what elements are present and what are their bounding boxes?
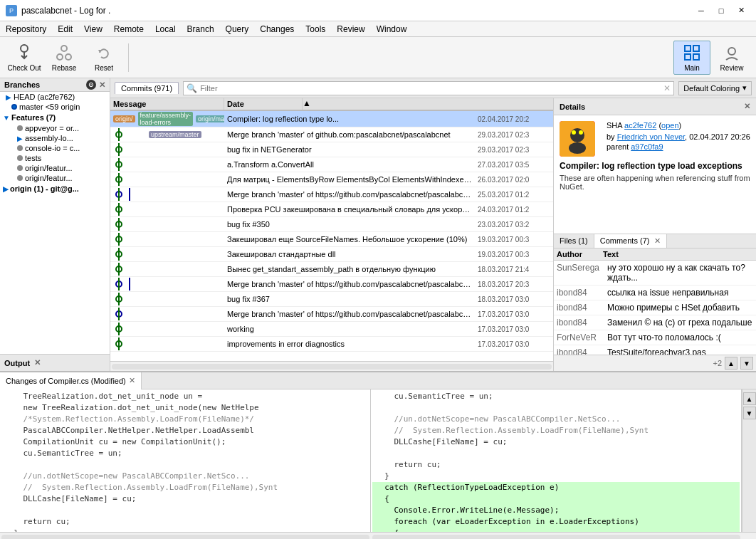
minimize-button[interactable]: ─	[692, 4, 710, 18]
comment-row-5[interactable]: ibond84 TestSuite/foreachvar3.pas	[554, 345, 756, 355]
svg-point-9	[728, 48, 735, 55]
menu-remote[interactable]: Remote	[108, 21, 149, 37]
comment-row-0[interactable]: SunSerega ну это хорошо ну а как скачать…	[554, 261, 756, 286]
close-button[interactable]: ✕	[732, 4, 750, 18]
output-close-button[interactable]: ✕	[34, 358, 41, 367]
comments-tab[interactable]: Comments (7) ✕	[594, 234, 668, 248]
menu-edit[interactable]: Edit	[52, 21, 78, 37]
diff-scrollbar-right[interactable]	[372, 535, 740, 539]
commits-list[interactable]: origin/ feature/assembly-load-errors ori…	[110, 111, 553, 361]
tag-master: origin/master	[196, 115, 224, 122]
sidebar-item-master[interactable]: master <59 origin	[0, 102, 110, 112]
sidebar-group-features[interactable]: ▼ Features (7)	[0, 112, 110, 123]
filter-box: 🔍 ✕	[183, 81, 674, 95]
parent-link[interactable]: a97c0fa9	[631, 142, 663, 151]
table-row[interactable]: Проверка PCU закеширована в специальный …	[110, 202, 553, 217]
sha-link[interactable]: ac2fe762	[624, 121, 656, 130]
sidebar-item-console-io[interactable]: console-io = c...	[0, 143, 110, 153]
table-row[interactable]: origin/ feature/assembly-load-errors ori…	[110, 111, 553, 127]
comment-row-2[interactable]: ibond84 Можно примеры с HSet добавить	[554, 300, 756, 315]
files-tab[interactable]: Files (1)	[554, 234, 594, 248]
menu-view[interactable]: View	[78, 21, 108, 37]
sidebar-group-origin[interactable]: ▶ origin (1) - git@g...	[0, 183, 110, 194]
diff-scroll-down[interactable]: ▼	[743, 407, 756, 419]
table-row[interactable]: working 17.03.2017 03:0	[110, 322, 553, 337]
table-row[interactable]: Merge branch 'master' of https://github.…	[110, 307, 553, 322]
title-bar: P pascalabcnet - Log for . ─ □ ✕	[0, 0, 756, 21]
open-link[interactable]: open	[661, 121, 678, 130]
table-row[interactable]: bug fix in NETGenerator 29.03.2017 02:3	[110, 142, 553, 157]
menu-window[interactable]: Window	[371, 21, 413, 37]
menu-query[interactable]: Query	[220, 21, 255, 37]
table-row[interactable]: Закешировал еще SourceFileNames. Небольш…	[110, 232, 553, 247]
sidebar-content[interactable]: ▶ HEAD (ac2fe762) master <59 origin ▼ Fe…	[0, 92, 110, 354]
main-view-button[interactable]: Main	[673, 41, 710, 75]
diff-scroll-up[interactable]: ▲	[743, 392, 756, 405]
table-row[interactable]: Merge branch 'master' of https://github.…	[110, 277, 553, 292]
menu-branch[interactable]: Branch	[182, 21, 220, 37]
details-title: Details	[560, 103, 585, 111]
menu-changes[interactable]: Changes	[254, 21, 300, 37]
diff-tab-compiler[interactable]: Changes of Compiler.cs (Modified) ✕	[0, 372, 142, 389]
menu-review[interactable]: Review	[331, 21, 370, 37]
menu-repository[interactable]: Repository	[0, 21, 52, 37]
reset-button[interactable]: Reset	[85, 41, 122, 75]
sidebar-item-assembly[interactable]: ▶ assembly-lo...	[0, 133, 110, 143]
sidebar-close-button[interactable]: ✕	[99, 80, 105, 90]
diff-line	[1, 459, 369, 471]
table-row[interactable]: upstream/master Merge branch 'master' of…	[110, 127, 553, 142]
sidebar-item-head[interactable]: ▶ HEAD (ac2fe762)	[0, 92, 110, 102]
diff-line: /*System.Reflection.Assembly.LoadFrom(Fi…	[1, 414, 369, 425]
table-row[interactable]: improvements in error diagnostics 17.03.…	[110, 337, 553, 352]
table-row[interactable]: a.Transform a.ConvertAll 27.03.2017 03:5	[110, 157, 553, 172]
table-row[interactable]: Вынес get_standart_assembly_path в отдел…	[110, 262, 553, 277]
comment-row-1[interactable]: ibond84 ссылка на issue неправильная	[554, 286, 756, 300]
color-dropdown[interactable]: Default Coloring ▾	[678, 81, 752, 95]
menu-local[interactable]: Local	[149, 21, 182, 37]
rebase-button[interactable]: Rebase	[46, 41, 83, 75]
commit-message-9: Закешировал стандартные dll	[224, 249, 475, 259]
sidebar-item-origin-feature1[interactable]: origin/featur...	[0, 163, 110, 173]
review-button[interactable]: Review	[713, 41, 750, 75]
commits-scrollbar[interactable]	[110, 361, 553, 371]
diff-panel-left[interactable]: TreeRealization.dot_net_unit_node un = n…	[0, 389, 371, 532]
comment-row-4[interactable]: ForNeVeR Вот тут что-то поломалось :(	[554, 330, 756, 345]
table-row[interactable]: bug fix #367 18.03.2017 03:0	[110, 292, 553, 307]
table-row[interactable]: Для матриц - ElementsByRow ElementsByCol…	[110, 172, 553, 187]
diff-scrollbar-left[interactable]	[1, 535, 369, 539]
main-icon	[682, 43, 702, 63]
commits-tab[interactable]: Commits (971)	[115, 82, 179, 94]
menu-tools[interactable]: Tools	[300, 21, 331, 37]
comment-row-3[interactable]: ibond84 Заменил © на (с) от греха подаль…	[554, 315, 756, 330]
commit-graph-0: origin/ feature/assembly-load-errors ori…	[110, 111, 224, 127]
filter-input[interactable]	[200, 84, 661, 93]
sidebar-header: Branches ⊙ ✕	[0, 78, 110, 92]
author-link[interactable]: Friedrich von Never	[617, 132, 685, 141]
commit-message-2: bug fix in NETGenerator	[224, 145, 475, 155]
diff-panel-right[interactable]: cu.SemanticTree = un; //un.dotNetScope=n…	[371, 389, 742, 532]
table-row[interactable]: Merge branch 'master' of https://github.…	[110, 187, 553, 202]
sort-button[interactable]: ▲	[303, 98, 313, 110]
details-scroll-up[interactable]: ▲	[725, 357, 737, 370]
details-scroll-down[interactable]: ▼	[740, 357, 753, 370]
commit-message-1: Merge branch 'master' of github.com:pasc…	[224, 130, 475, 140]
diff-scrollbar-row	[0, 532, 756, 539]
diff-line: CompilationUnit cu = new CompilationUnit…	[1, 436, 369, 448]
commit-date-13: 17.03.2017 03:0	[475, 310, 553, 319]
sidebar-item-tests[interactable]: tests	[0, 153, 110, 163]
diff-tab-close-button[interactable]: ✕	[129, 376, 135, 385]
commit-graph-4	[110, 172, 224, 187]
details-close-button[interactable]: ✕	[744, 102, 750, 111]
app-icon: P	[6, 5, 17, 16]
diff-content: TreeRealization.dot_net_unit_node un = n…	[0, 389, 756, 532]
commit-date-5: 25.03.2017 01:2	[475, 190, 553, 199]
table-row[interactable]: Закешировал стандартные dll 19.03.2017 0…	[110, 247, 553, 262]
maximize-button[interactable]: □	[712, 4, 730, 18]
sidebar-item-appveyor[interactable]: appveyor = or...	[0, 123, 110, 133]
comments-close-button[interactable]: ✕	[654, 236, 661, 245]
filter-clear-button[interactable]: ✕	[663, 83, 671, 93]
sidebar-item-origin-feature2[interactable]: origin/featur...	[0, 173, 110, 183]
table-row[interactable]: bug fix #350 23.03.2017 03:2	[110, 217, 553, 232]
commit-message-8: Закешировал еще SourceFileNames. Небольш…	[224, 234, 475, 244]
checkout-button[interactable]: Check Out	[6, 41, 43, 75]
